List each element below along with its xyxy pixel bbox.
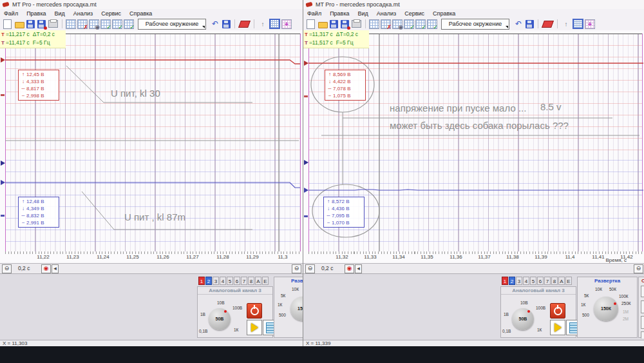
scope-check-icon-3[interactable]: ✓: [427, 19, 437, 29]
open-file-icon[interactable]: [317, 19, 328, 29]
menu-view[interactable]: Вид: [55, 10, 65, 17]
save-icon[interactable]: [330, 20, 338, 28]
channel-tab-2[interactable]: 2: [205, 277, 212, 285]
scope-mode-icon[interactable]: [369, 19, 379, 29]
menu-help[interactable]: Справка: [433, 10, 455, 17]
grid-settings-icon[interactable]: [573, 19, 583, 29]
sweep-knob[interactable]: 150К: [290, 297, 303, 321]
scope-mode-cross-icon[interactable]: ✗: [381, 19, 391, 29]
blue-channel-measurements[interactable]: ↑12,48 В ↓4,349 В ┄8,832 В ~2,991 В: [18, 197, 59, 228]
scope-check-icon-1[interactable]: ✓: [100, 19, 111, 29]
channel-tab-8[interactable]: 8: [248, 277, 254, 285]
waveform-plot[interactable]: T=11,217 сΔT=0,2 с T=11,417 сF=5 Гц ↑12,…: [0, 30, 303, 251]
menu-file[interactable]: Файл: [307, 10, 321, 17]
eraser-icon[interactable]: [542, 21, 554, 28]
channel-play-button[interactable]: [550, 320, 565, 335]
sync-mode-button-2[interactable]: [641, 316, 644, 329]
menu-file[interactable]: Файл: [4, 10, 18, 17]
save-as-icon[interactable]: [37, 20, 46, 28]
channel-play-button[interactable]: [247, 320, 262, 335]
channel-tab-6[interactable]: 6: [234, 277, 240, 285]
zoom-out-button[interactable]: ⊖: [2, 264, 12, 273]
channel-tab-1[interactable]: 1: [502, 277, 508, 285]
save-as-icon[interactable]: [341, 20, 349, 28]
menu-view[interactable]: Вид: [358, 10, 368, 17]
channel-power-button[interactable]: [247, 303, 262, 319]
cursor-delta-t: ΔT=0,2 с: [336, 31, 358, 37]
channel-tab-5[interactable]: 5: [530, 277, 536, 285]
channel-tab-3[interactable]: 3: [516, 277, 522, 285]
scope-check-icon-2[interactable]: ✓: [112, 19, 122, 29]
channel-tab-e[interactable]: E: [262, 277, 269, 285]
channel-power-button[interactable]: [550, 303, 565, 319]
menu-analysis[interactable]: Анализ: [377, 10, 396, 17]
print-icon[interactable]: [352, 20, 361, 28]
scope-view-icon[interactable]: ◉: [392, 19, 402, 29]
menu-edit[interactable]: Правка: [26, 10, 46, 17]
save-icon[interactable]: [26, 20, 35, 28]
menu-service[interactable]: Сервис: [404, 10, 424, 17]
scope-check-icon-3[interactable]: ✓: [124, 19, 134, 29]
channel-tab-e[interactable]: E: [565, 277, 572, 285]
eraser-icon[interactable]: [238, 21, 251, 28]
channel-tab-1[interactable]: 1: [198, 277, 205, 285]
undo-icon[interactable]: ↶: [513, 19, 524, 29]
channel-tab-4[interactable]: 4: [523, 277, 529, 285]
grid-settings-icon[interactable]: [269, 19, 280, 29]
record-button[interactable]: ◉: [41, 264, 51, 273]
channel-tab-4[interactable]: 4: [220, 277, 226, 285]
up-arrow-icon[interactable]: ↑: [561, 19, 571, 29]
blue-level-marker: [1, 161, 5, 166]
save-all-icon[interactable]: [526, 20, 534, 28]
channel-tab-8[interactable]: 8: [551, 277, 558, 285]
undo-icon[interactable]: ↶: [210, 19, 220, 29]
gain-knob[interactable]: 50В: [209, 308, 231, 330]
scope-mode-icon[interactable]: [66, 19, 76, 29]
sync-mode-button-1[interactable]: [641, 300, 644, 313]
blue-channel-measurements[interactable]: ↑8,572 В ↓4,436 В ┄7,095 В ~1,070 В: [323, 197, 365, 228]
sync-off-button[interactable]: Выкл: [641, 286, 644, 297]
new-file-icon[interactable]: [3, 19, 12, 29]
time-scrollbar: ⊖ 0,2 с ◉ ◂ ⊖: [303, 264, 644, 274]
sync-mode-button-3[interactable]: [641, 331, 644, 338]
add-grid-icon[interactable]: +: [585, 19, 595, 29]
add-grid-icon[interactable]: +: [281, 19, 292, 29]
channel-tab-7[interactable]: 7: [544, 277, 551, 285]
workspace-select[interactable]: Рабочее окружение: [138, 19, 206, 30]
gain-knob[interactable]: 50В: [512, 308, 534, 330]
titlebar[interactable]: MT Pro - mercedes просадка.mt: [0, 0, 303, 10]
scope-view-icon[interactable]: ◉: [89, 19, 99, 29]
channel-tab-7[interactable]: 7: [241, 277, 247, 285]
scroll-left-button[interactable]: ◂: [52, 264, 59, 273]
record-button[interactable]: ◉: [345, 264, 354, 273]
scope-check-icon-2[interactable]: ✓: [415, 19, 426, 29]
workspace-select[interactable]: Рабочее окружение: [441, 19, 509, 30]
channel-tab-6[interactable]: 6: [537, 277, 544, 285]
titlebar[interactable]: MT Pro - mercedes просадка.mt: [303, 0, 644, 10]
up-arrow-icon[interactable]: ↑: [258, 19, 268, 29]
sweep-knob[interactable]: 150К: [594, 297, 618, 321]
zoom-out-right-button[interactable]: ⊖: [634, 264, 643, 273]
waveform-plot[interactable]: T=11,317 сΔT=0,2 с T=11,517 сF=5 Гц ↑8,5…: [303, 30, 644, 251]
channel-tab-a[interactable]: A: [255, 277, 261, 285]
channel-tab-a[interactable]: A: [558, 277, 565, 285]
channel-tab-3[interactable]: 3: [213, 277, 219, 285]
red-channel-measurements[interactable]: ↑12,45 В ↓4,333 В ┄8,817 В ~2,998 В: [18, 70, 59, 101]
red-channel-measurements[interactable]: ↑8,569 В ↓4,422 В ┄7,078 В ~1,075 В: [325, 70, 366, 101]
cursor-frequency: F=5 Гц: [33, 39, 50, 46]
scope-mode-cross-icon[interactable]: ✗: [77, 19, 88, 29]
channel-tab-2[interactable]: 2: [509, 277, 515, 285]
new-file-icon[interactable]: [307, 19, 315, 29]
scope-check-icon-1[interactable]: ✓: [404, 19, 414, 29]
zoom-out-right-button[interactable]: ⊖: [292, 264, 301, 273]
scroll-left-button[interactable]: ◂: [355, 264, 362, 273]
channel-tab-5[interactable]: 5: [227, 277, 233, 285]
save-all-icon[interactable]: [222, 20, 231, 28]
menu-help[interactable]: Справка: [129, 10, 152, 17]
print-icon[interactable]: [48, 20, 58, 28]
menu-edit[interactable]: Правка: [330, 10, 349, 17]
menu-analysis[interactable]: Анализ: [73, 10, 93, 17]
menu-service[interactable]: Сервис: [101, 10, 121, 17]
zoom-out-button[interactable]: ⊖: [305, 264, 315, 273]
open-file-icon[interactable]: [14, 19, 24, 29]
